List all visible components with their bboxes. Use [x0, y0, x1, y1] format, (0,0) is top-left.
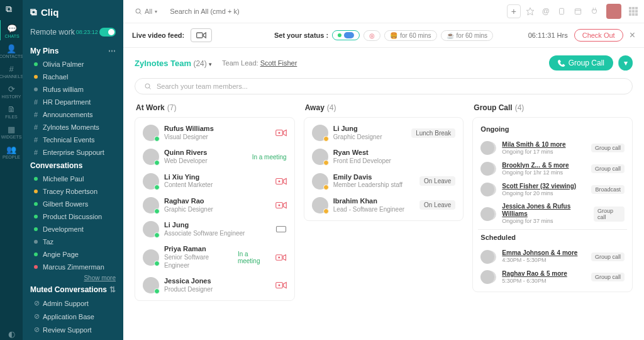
call-row[interactable]: Brooklyn Z... & 5 moreOngoing for 1hr 12… — [478, 159, 627, 179]
rail-files[interactable]: 🗎FILES — [0, 101, 23, 121]
join-call-button[interactable]: Group call — [591, 273, 625, 281]
apps-grid-icon[interactable] — [629, 7, 638, 16]
sidebar-item[interactable]: ⊘Review Support — [23, 323, 123, 336]
sidebar-item[interactable]: Gilbert Bowers — [23, 198, 123, 210]
hash-icon: # — [34, 98, 38, 106]
team-search-input[interactable]: Search your team members... — [135, 78, 633, 94]
status-text: In a meeting — [238, 251, 271, 264]
rail-people[interactable]: 👥PEOPLE — [0, 141, 23, 161]
person-row[interactable]: Li JungGraphic DesignerLunch Break — [309, 122, 458, 144]
mention-icon[interactable]: @ — [542, 7, 550, 16]
person-row[interactable]: Ryan WestFront End Developer — [309, 145, 458, 168]
hash-icon: # — [34, 136, 38, 144]
person-row[interactable]: Emily DavisMember Leadership staffOn Lea… — [309, 170, 458, 193]
avatar — [480, 141, 494, 155]
group-call-button[interactable]: Group Call — [549, 55, 613, 71]
mute-icon: ⊘ — [34, 326, 38, 334]
chat-icon: 💬 — [8, 24, 16, 33]
svg-rect-3 — [560, 8, 564, 14]
sidebar-item[interactable]: ⊘Admin Support — [23, 297, 123, 310]
rail-history[interactable]: ⟳HISTORY — [0, 81, 23, 101]
sidebar-item[interactable]: #HR Department — [23, 96, 123, 108]
person-row[interactable]: Rufus WilliamsVisual Designer — [140, 122, 289, 144]
workspace-name[interactable]: Remote work — [30, 28, 75, 37]
hash-icon: # — [7, 64, 16, 73]
recording-icon — [275, 201, 287, 209]
rail-widgets[interactable]: ▦WIDGETS — [0, 121, 23, 141]
work-timer: 06:11:31 Hrs — [528, 31, 568, 39]
sidebar-item[interactable]: ⊘Application Base — [23, 310, 123, 323]
person-row[interactable]: Jessica JonesProduct Designer — [140, 274, 289, 297]
rail-channels[interactable]: #CHANNELS — [0, 60, 23, 81]
join-call-button[interactable]: Group call — [594, 207, 625, 222]
star-icon[interactable] — [526, 7, 535, 16]
checkout-button[interactable]: Check Out — [574, 29, 623, 42]
call-row[interactable]: Emma Johnson & 4 more4:30PM - 5:30PMGrou… — [478, 246, 627, 267]
atwork-title: At Work — [136, 103, 165, 112]
sidebar-item[interactable]: Angie Page — [23, 248, 123, 261]
calendar-icon[interactable] — [574, 7, 582, 16]
sidebar-item[interactable]: Product Discussion — [23, 210, 123, 223]
sidebar-item[interactable]: Michelle Paul — [23, 173, 123, 185]
call-row[interactable]: Jessica Jones & Rufus WilliamsOngoing fo… — [478, 200, 627, 228]
sidebar-item[interactable]: Marcus Zimmerman — [23, 261, 123, 273]
sidebar-item[interactable]: Development — [23, 223, 123, 235]
person-row[interactable]: Li Xiu YingContent Marketer — [140, 170, 289, 193]
sidebar-item[interactable]: Taz — [23, 235, 123, 248]
sidebar-item[interactable]: #Enterprise Suppourt — [23, 146, 123, 159]
sidebar-item[interactable]: Rufus william — [23, 83, 123, 96]
chevron-down-icon: ▾ — [209, 61, 212, 67]
person-row[interactable]: Quinn RiversWeb DeveloperIn a meeting — [140, 145, 289, 168]
person-row[interactable]: Raghav RaoGraphic Designer — [140, 194, 289, 217]
svg-marker-25 — [283, 283, 286, 288]
rail-footer[interactable]: ◐ — [0, 326, 23, 340]
video-feed-button[interactable] — [191, 28, 212, 42]
sidebar-item[interactable]: Tracey Robertson — [23, 185, 123, 198]
plug-icon[interactable] — [590, 7, 599, 16]
team-lead: Team Lead: Scott Fisher — [222, 59, 297, 67]
group-call-dropdown[interactable]: ▾ — [618, 55, 633, 71]
user-avatar[interactable] — [606, 4, 621, 19]
rail-chats[interactable]: 💬CHATS — [0, 20, 23, 40]
status-lunch-pill[interactable]: 🍔for 60 mins — [384, 30, 436, 41]
hash-icon: # — [34, 111, 38, 118]
close-icon[interactable]: × — [630, 30, 635, 41]
clipboard-icon[interactable] — [557, 7, 566, 16]
avatar — [480, 250, 494, 264]
status-dnd-pill[interactable]: ◎ — [364, 30, 380, 41]
new-chat-button[interactable]: + — [507, 4, 521, 18]
call-row[interactable]: Scott Fisher (32 viewing)Ongoing for 20 … — [478, 179, 627, 200]
team-lead-link[interactable]: Scott Fisher — [260, 59, 297, 67]
muted-title: Muted Conversations — [30, 285, 107, 294]
search-input[interactable] — [167, 5, 502, 18]
person-row[interactable]: Ibrahim KhanLead - Software EngineerOn L… — [309, 194, 458, 217]
person-row[interactable]: Li JungAssociate Software Engineer — [140, 218, 289, 241]
search-scope-dropdown[interactable]: All ▾ — [130, 5, 162, 18]
sidebar-item[interactable]: #Technical Events — [23, 133, 123, 146]
presence-dot — [34, 190, 38, 193]
presence-toggle[interactable] — [99, 28, 116, 37]
sidebar-item[interactable]: Olivia Palmer — [23, 58, 123, 71]
team-name-dropdown[interactable]: Zylnotes Team (24) ▾ — [135, 59, 212, 68]
sidebar-item[interactable]: #Announcements — [23, 108, 123, 121]
more-icon[interactable]: ⋯ — [108, 47, 116, 55]
groupcall-title: Group Call — [474, 103, 512, 112]
sidebar-item[interactable]: #Zylnotes Moments — [23, 121, 123, 133]
avatar — [312, 173, 328, 190]
status-available-pill[interactable] — [332, 30, 360, 40]
person-row[interactable]: Priya RamanSenior Software EngineerIn a … — [140, 242, 289, 273]
join-call-button[interactable]: Group call — [591, 252, 625, 261]
join-call-button[interactable]: Group call — [591, 144, 625, 152]
call-row[interactable]: Mila Smith & 10 moreOngoing for 17 minsG… — [478, 138, 627, 159]
sort-icon[interactable]: ⇅ — [109, 285, 116, 294]
rail-contacts[interactable]: 👤CONTACTS — [0, 40, 23, 60]
status-coffee-pill[interactable]: ☕for 60 mins — [441, 30, 493, 41]
join-call-button[interactable]: Group call — [591, 164, 625, 173]
sidebar-item[interactable]: Rachael — [23, 71, 123, 83]
search-icon — [144, 82, 152, 90]
chevron-down-icon: ▾ — [155, 9, 157, 14]
svg-marker-18 — [283, 202, 286, 208]
show-more-link[interactable]: Show more — [23, 273, 123, 283]
join-call-button[interactable]: Broadcast — [591, 185, 625, 194]
call-row[interactable]: Raghav Rao & 5 more5:30PM - 6:30PMGroup … — [478, 267, 627, 288]
